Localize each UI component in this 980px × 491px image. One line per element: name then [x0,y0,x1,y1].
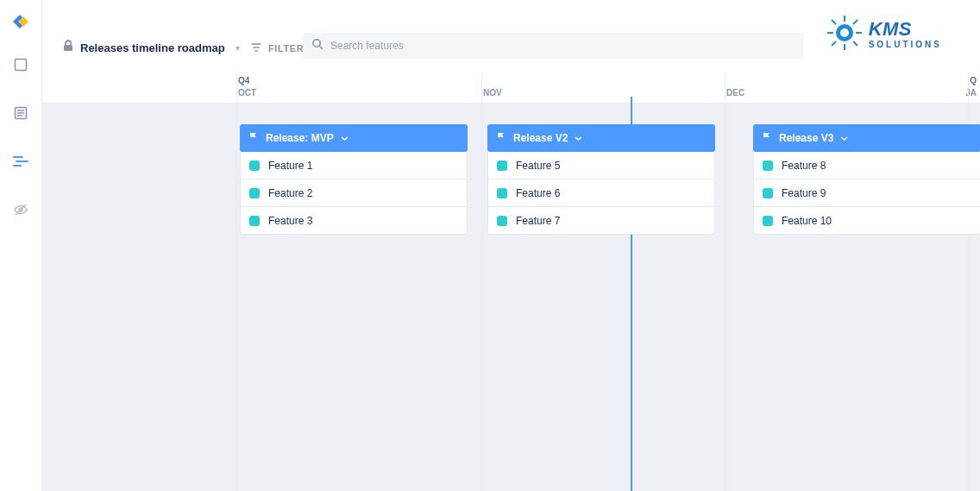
header: Releases timeline roadmap ▾ FILTER [42,0,980,72]
feature-card[interactable]: Feature 8 [753,152,980,179]
search-field[interactable] [303,33,803,59]
month-dec: DEC [726,88,744,98]
feature-name: Feature 2 [268,187,312,199]
svg-line-17 [319,46,322,48]
chevron-down-icon: ▾ [236,43,240,53]
feature-swatch-icon [763,161,773,171]
quarter-label-right: Q [970,76,977,85]
svg-line-25 [853,41,858,46]
feature-swatch-icon [249,216,260,226]
feature-swatch-icon [763,188,773,198]
page-title-wrap[interactable]: Releases timeline roadmap ▾ [63,40,240,55]
month-nov: NOV [483,88,502,98]
month-divider [236,72,237,491]
feature-swatch-icon [249,188,260,198]
svg-point-19 [840,28,849,37]
month-divider [725,72,726,491]
brand-mark-icon [827,16,862,54]
feature-card[interactable]: Feature 1 [240,152,468,179]
month-divider [481,72,482,491]
release-title: Release V3 [779,132,833,144]
feature-swatch-icon [497,188,507,198]
brand-sub: SOLUTIONS [869,41,942,49]
flag-icon [248,130,259,146]
feature-name: Feature 9 [782,187,826,199]
svg-rect-2 [16,60,27,71]
release-header[interactable]: Release V2 [487,124,715,152]
nav-board-icon[interactable] [11,55,30,74]
svg-line-24 [832,20,836,24]
feature-name: Feature 3 [268,215,312,227]
feature-card[interactable]: Feature 5 [487,152,715,179]
feature-name: Feature 6 [516,187,560,199]
left-rail [0,0,42,491]
svg-line-26 [853,20,858,24]
release-column-mvp: Release: MVP Feature 1 Feature 2 Feature… [240,124,468,235]
chevron-down-icon [840,130,848,146]
nav-timeline-icon[interactable] [11,152,30,171]
feature-name: Feature 10 [782,215,832,227]
nav-list-icon[interactable] [11,104,30,123]
timeline-header: Q4 Q OCT NOV DEC JA [42,72,980,104]
feature-card[interactable]: Feature 3 [240,207,468,235]
filter-label: FILTER [268,43,304,54]
release-column-v3: Release V3 Feature 8 Feature 9 Feature 1… [753,124,980,235]
feature-name: Feature 8 [782,160,826,172]
chevron-down-icon [575,130,582,146]
roadmap-board: Release: MVP Feature 1 Feature 2 Feature… [42,104,980,491]
svg-line-27 [832,41,836,46]
feature-card[interactable]: Feature 10 [753,207,980,235]
feature-card[interactable]: Feature 9 [753,179,980,207]
release-title: Release: MVP [266,132,334,144]
svg-rect-12 [64,45,72,51]
feature-name: Feature 5 [516,160,560,172]
feature-card[interactable]: Feature 7 [487,207,715,235]
feature-card[interactable]: Feature 6 [487,179,715,207]
month-oct: OCT [238,88,256,98]
brand-logo: KMS SOLUTIONS [827,16,942,54]
feature-name: Feature 7 [516,215,560,227]
search-icon [311,38,324,54]
nav-hidden-icon[interactable] [11,200,30,219]
flag-icon [496,130,506,146]
release-header[interactable]: Release: MVP [240,124,468,152]
release-header[interactable]: Release V3 [753,124,980,152]
feature-swatch-icon [497,216,507,226]
feature-swatch-icon [249,161,260,171]
feature-name: Feature 1 [268,160,312,172]
chevron-down-icon [341,130,349,146]
brand-name: KMS [869,20,942,39]
feature-swatch-icon [763,216,773,226]
feature-card[interactable]: Feature 2 [240,179,468,207]
page-title: Releases timeline roadmap [80,41,225,54]
release-column-v2: Release V2 Feature 5 Feature 6 Feature 7 [487,124,715,235]
search-input[interactable] [330,40,795,52]
feature-swatch-icon [497,161,507,171]
lock-icon [63,40,73,55]
app-logo [11,12,30,31]
filter-icon [251,41,261,56]
quarter-label: Q4 [238,76,249,85]
release-title: Release V2 [513,132,568,144]
flag-icon [762,130,772,146]
